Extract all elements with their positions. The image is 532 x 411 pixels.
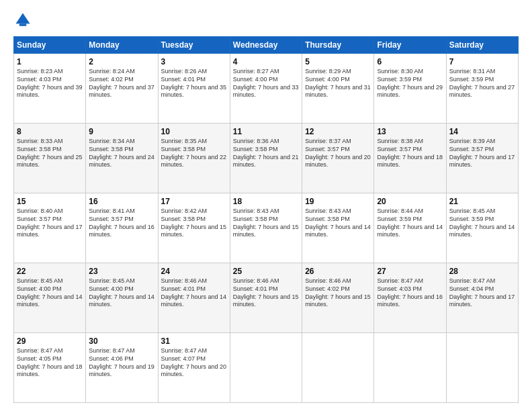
calendar-cell: 30Sunrise: 8:47 AMSunset: 4:06 PMDayligh… <box>86 333 158 403</box>
cell-content: Sunrise: 8:37 AMSunset: 3:57 PMDaylight:… <box>305 138 371 169</box>
svg-marker-0 <box>16 13 30 24</box>
cell-content: Sunrise: 8:47 AMSunset: 4:05 PMDaylight:… <box>17 347 83 379</box>
cell-content: Sunrise: 8:24 AMSunset: 4:02 PMDaylight:… <box>89 68 154 99</box>
calendar-cell: 19Sunrise: 8:43 AMSunset: 3:58 PMDayligh… <box>302 193 374 263</box>
day-number: 23 <box>89 266 154 277</box>
day-number: 20 <box>377 196 443 207</box>
day-number: 26 <box>305 266 371 277</box>
cell-content: Sunrise: 8:26 AMSunset: 4:01 PMDaylight:… <box>161 68 227 99</box>
calendar-day-header: Thursday <box>302 37 374 54</box>
day-number: 19 <box>305 196 371 207</box>
calendar-cell: 2Sunrise: 8:24 AMSunset: 4:02 PMDaylight… <box>86 54 158 124</box>
cell-content: Sunrise: 8:46 AMSunset: 4:02 PMDaylight:… <box>305 277 371 309</box>
cell-content: Sunrise: 8:33 AMSunset: 3:58 PMDaylight:… <box>17 138 83 169</box>
cell-content: Sunrise: 8:45 AMSunset: 4:00 PMDaylight:… <box>17 277 83 309</box>
calendar-cell: 21Sunrise: 8:45 AMSunset: 3:59 PMDayligh… <box>446 193 518 263</box>
day-number: 6 <box>377 56 443 67</box>
cell-content: Sunrise: 8:42 AMSunset: 3:58 PMDaylight:… <box>161 208 227 239</box>
header <box>13 11 519 30</box>
logo <box>13 11 35 30</box>
cell-content: Sunrise: 8:36 AMSunset: 3:58 PMDaylight:… <box>233 138 299 169</box>
calendar-cell: 10Sunrise: 8:35 AMSunset: 3:58 PMDayligh… <box>158 124 230 193</box>
calendar-cell <box>230 333 302 403</box>
calendar-cell: 25Sunrise: 8:46 AMSunset: 4:01 PMDayligh… <box>230 263 302 333</box>
day-number: 25 <box>233 266 299 277</box>
cell-content: Sunrise: 8:23 AMSunset: 4:03 PMDaylight:… <box>17 68 83 99</box>
day-number: 5 <box>305 56 371 67</box>
calendar-header-row: SundayMondayTuesdayWednesdayThursdayFrid… <box>14 37 519 54</box>
calendar-day-header: Sunday <box>14 37 86 54</box>
calendar-day-header: Tuesday <box>158 37 230 54</box>
cell-content: Sunrise: 8:27 AMSunset: 4:00 PMDaylight:… <box>233 68 299 99</box>
calendar-cell: 20Sunrise: 8:44 AMSunset: 3:59 PMDayligh… <box>374 193 446 263</box>
calendar-cell: 23Sunrise: 8:45 AMSunset: 4:00 PMDayligh… <box>86 263 158 333</box>
calendar-week-row: 8Sunrise: 8:33 AMSunset: 3:58 PMDaylight… <box>14 124 519 193</box>
cell-content: Sunrise: 8:46 AMSunset: 4:01 PMDaylight:… <box>161 277 227 309</box>
cell-content: Sunrise: 8:47 AMSunset: 4:06 PMDaylight:… <box>89 347 154 379</box>
calendar-week-row: 15Sunrise: 8:40 AMSunset: 3:57 PMDayligh… <box>14 193 519 263</box>
calendar-cell: 1Sunrise: 8:23 AMSunset: 4:03 PMDaylight… <box>14 54 86 124</box>
page: SundayMondayTuesdayWednesdayThursdayFrid… <box>0 0 532 411</box>
cell-content: Sunrise: 8:47 AMSunset: 4:03 PMDaylight:… <box>377 277 443 309</box>
day-number: 21 <box>449 196 515 207</box>
calendar-cell: 29Sunrise: 8:47 AMSunset: 4:05 PMDayligh… <box>14 333 86 403</box>
day-number: 7 <box>449 56 515 67</box>
calendar-cell: 18Sunrise: 8:43 AMSunset: 3:58 PMDayligh… <box>230 193 302 263</box>
calendar-week-row: 29Sunrise: 8:47 AMSunset: 4:05 PMDayligh… <box>14 333 519 403</box>
day-number: 1 <box>17 56 83 67</box>
calendar-day-header: Monday <box>86 37 158 54</box>
calendar-cell: 17Sunrise: 8:42 AMSunset: 3:58 PMDayligh… <box>158 193 230 263</box>
calendar-cell: 14Sunrise: 8:39 AMSunset: 3:57 PMDayligh… <box>446 124 518 193</box>
calendar-cell: 12Sunrise: 8:37 AMSunset: 3:57 PMDayligh… <box>302 124 374 193</box>
calendar-cell: 6Sunrise: 8:30 AMSunset: 3:59 PMDaylight… <box>374 54 446 124</box>
calendar-week-row: 1Sunrise: 8:23 AMSunset: 4:03 PMDaylight… <box>14 54 519 124</box>
cell-content: Sunrise: 8:43 AMSunset: 3:58 PMDaylight:… <box>233 208 299 239</box>
calendar-cell <box>446 333 518 403</box>
cell-content: Sunrise: 8:35 AMSunset: 3:58 PMDaylight:… <box>161 138 227 169</box>
calendar-cell: 27Sunrise: 8:47 AMSunset: 4:03 PMDayligh… <box>374 263 446 333</box>
day-number: 17 <box>161 196 227 207</box>
calendar-cell: 8Sunrise: 8:33 AMSunset: 3:58 PMDaylight… <box>14 124 86 193</box>
cell-content: Sunrise: 8:43 AMSunset: 3:58 PMDaylight:… <box>305 208 371 239</box>
day-number: 14 <box>449 126 515 137</box>
cell-content: Sunrise: 8:46 AMSunset: 4:01 PMDaylight:… <box>233 277 299 309</box>
calendar-cell: 7Sunrise: 8:31 AMSunset: 3:59 PMDaylight… <box>446 54 518 124</box>
day-number: 10 <box>161 126 227 137</box>
calendar-cell: 5Sunrise: 8:29 AMSunset: 4:00 PMDaylight… <box>302 54 374 124</box>
logo-icon <box>13 11 32 30</box>
day-number: 15 <box>17 196 83 207</box>
day-number: 2 <box>89 56 154 67</box>
cell-content: Sunrise: 8:31 AMSunset: 3:59 PMDaylight:… <box>449 68 515 99</box>
calendar-cell: 16Sunrise: 8:41 AMSunset: 3:57 PMDayligh… <box>86 193 158 263</box>
cell-content: Sunrise: 8:47 AMSunset: 4:04 PMDaylight:… <box>449 277 515 309</box>
cell-content: Sunrise: 8:45 AMSunset: 4:00 PMDaylight:… <box>89 277 154 309</box>
day-number: 3 <box>161 56 227 67</box>
day-number: 18 <box>233 196 299 207</box>
cell-content: Sunrise: 8:41 AMSunset: 3:57 PMDaylight:… <box>89 208 154 239</box>
day-number: 13 <box>377 126 443 137</box>
day-number: 27 <box>377 266 443 277</box>
cell-content: Sunrise: 8:44 AMSunset: 3:59 PMDaylight:… <box>377 208 443 239</box>
cell-content: Sunrise: 8:47 AMSunset: 4:07 PMDaylight:… <box>161 347 227 379</box>
day-number: 24 <box>161 266 227 277</box>
day-number: 4 <box>233 56 299 67</box>
cell-content: Sunrise: 8:40 AMSunset: 3:57 PMDaylight:… <box>17 208 83 239</box>
calendar-cell: 15Sunrise: 8:40 AMSunset: 3:57 PMDayligh… <box>14 193 86 263</box>
day-number: 30 <box>89 336 154 347</box>
day-number: 31 <box>161 336 227 347</box>
calendar-day-header: Friday <box>374 37 446 54</box>
calendar-cell: 26Sunrise: 8:46 AMSunset: 4:02 PMDayligh… <box>302 263 374 333</box>
cell-content: Sunrise: 8:29 AMSunset: 4:00 PMDaylight:… <box>305 68 371 99</box>
day-number: 9 <box>89 126 154 137</box>
calendar-cell: 11Sunrise: 8:36 AMSunset: 3:58 PMDayligh… <box>230 124 302 193</box>
day-number: 16 <box>89 196 154 207</box>
day-number: 22 <box>17 266 83 277</box>
calendar-cell: 3Sunrise: 8:26 AMSunset: 4:01 PMDaylight… <box>158 54 230 124</box>
cell-content: Sunrise: 8:45 AMSunset: 3:59 PMDaylight:… <box>449 208 515 239</box>
cell-content: Sunrise: 8:30 AMSunset: 3:59 PMDaylight:… <box>377 68 443 99</box>
svg-rect-1 <box>19 24 27 26</box>
cell-content: Sunrise: 8:38 AMSunset: 3:57 PMDaylight:… <box>377 138 443 169</box>
calendar-cell: 28Sunrise: 8:47 AMSunset: 4:04 PMDayligh… <box>446 263 518 333</box>
calendar-day-header: Saturday <box>446 37 518 54</box>
cell-content: Sunrise: 8:39 AMSunset: 3:57 PMDaylight:… <box>449 138 515 169</box>
